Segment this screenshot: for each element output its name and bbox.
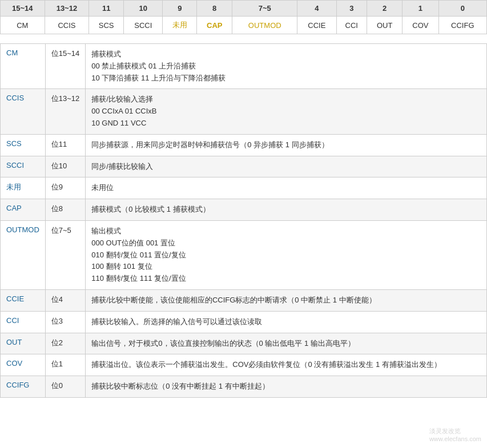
bit-range-header: 3 xyxy=(336,1,367,17)
bit-range-header: 13~12 xyxy=(45,1,89,17)
detail-row: CCIFG位0捕获比较中断标志位（0 没有中断挂起 1 有中断挂起） xyxy=(1,376,487,398)
bit-range-header: 7~5 xyxy=(232,1,297,17)
field-bit-cell: 位2 xyxy=(45,333,86,354)
field-name-cell: OUTMOD xyxy=(1,220,46,289)
field-desc-cell: 捕获/比较中断使能，该位使能相应的CCIFG标志的中断请求（0 中断禁止 1 中… xyxy=(86,289,487,311)
field-bit-cell: 位0 xyxy=(45,376,86,398)
field-name-cell: SCCI xyxy=(1,156,46,177)
detail-row: SCCI位10同步/捕获比较输入 xyxy=(1,156,487,177)
bit-range-header: 2 xyxy=(367,1,403,17)
detail-row: OUTMOD位7~5输出模式000 OUT位的值 001 置位010 翻转/复位… xyxy=(1,220,487,289)
field-desc-cell: 捕获模式00 禁止捕获模式 01 上升沿捕获10 下降沿捕获 11 上升沿与下降… xyxy=(86,44,487,89)
field-desc-cell: 输出信号，对于模式0，该位直接控制输出的状态（0 输出低电平 1 输出高电平） xyxy=(86,333,487,354)
detail-row: COV位1捕获溢出位。该位表示一个捕获溢出发生。COV必须由软件复位（0 没有捕… xyxy=(1,354,487,376)
detail-row: CCIE位4捕获/比较中断使能，该位使能相应的CCIFG标志的中断请求（0 中断… xyxy=(1,289,487,311)
detail-row: OUT位2输出信号，对于模式0，该位直接控制输出的状态（0 输出低电平 1 输出… xyxy=(1,333,487,354)
field-bit-cell: 位9 xyxy=(45,177,86,199)
field-desc-cell: 同步/捕获比较输入 xyxy=(86,156,487,177)
bit-range-header: 4 xyxy=(297,1,336,17)
field-name-cell: CCI xyxy=(1,311,46,333)
field-bit-cell: 位15~14 xyxy=(45,44,86,89)
field-desc-cell: 捕获/比较输入选择00 CCIxA 01 CCIxB10 GND 11 VCC xyxy=(86,89,487,134)
field-bit-cell: 位1 xyxy=(45,354,86,376)
field-name-cell: COV xyxy=(1,354,46,376)
field-desc-cell: 捕获模式（0 比较模式 1 捕获模式） xyxy=(86,199,487,221)
detail-row: CAP位8捕获模式（0 比较模式 1 捕获模式） xyxy=(1,199,487,221)
field-name-cell: CCIFG xyxy=(1,376,46,398)
field-bit-cell: 位13~12 xyxy=(45,89,86,134)
field-name-cell: CM xyxy=(1,44,46,89)
register-field: COV xyxy=(403,17,438,34)
field-bit-cell: 位10 xyxy=(45,156,86,177)
register-field: 未用 xyxy=(163,17,197,34)
register-field: CM xyxy=(1,17,45,34)
detail-row: CM位15~14捕获模式00 禁止捕获模式 01 上升沿捕获10 下降沿捕获 1… xyxy=(1,44,487,89)
register-field: CCIE xyxy=(297,17,336,34)
field-desc-cell: 同步捕获源，用来同步定时器时钟和捕获信号（0 异步捕获 1 同步捕获） xyxy=(86,134,487,156)
detail-table: CM位15~14捕获模式00 禁止捕获模式 01 上升沿捕获10 下降沿捕获 1… xyxy=(0,43,487,398)
field-desc-cell: 捕获比较中断标志位（0 没有中断挂起 1 有中断挂起） xyxy=(86,376,487,398)
field-bit-cell: 位8 xyxy=(45,199,86,221)
register-field: CCI xyxy=(336,17,367,34)
field-name-cell: OUT xyxy=(1,333,46,354)
detail-row: 未用位9未用位 xyxy=(1,177,487,199)
bit-range-header: 0 xyxy=(438,1,486,17)
field-desc-cell: 未用位 xyxy=(86,177,487,199)
register-field: CAP xyxy=(197,17,232,34)
register-field: SCCI xyxy=(124,17,163,34)
bit-range-header: 11 xyxy=(89,1,124,17)
field-bit-cell: 位11 xyxy=(45,134,86,156)
field-name-cell: CCIS xyxy=(1,89,46,134)
register-field: SCS xyxy=(89,17,124,34)
field-name-row: CMCCISSCSSCCI未用CAPOUTMODCCIECCIOUTCOVCCI… xyxy=(1,17,487,34)
register-field: OUT xyxy=(367,17,403,34)
register-field: CCIFG xyxy=(438,17,486,34)
field-bit-cell: 位7~5 xyxy=(45,220,86,289)
register-field: CCIS xyxy=(45,17,89,34)
field-name-cell: SCS xyxy=(1,134,46,156)
field-name-cell: CAP xyxy=(1,199,46,221)
main-container: 15~1413~121110987~543210 CMCCISSCSSCCI未用… xyxy=(0,0,487,398)
field-bit-cell: 位4 xyxy=(45,289,86,311)
bit-range-header: 8 xyxy=(197,1,232,17)
bit-range-header: 10 xyxy=(124,1,163,17)
field-name-cell: 未用 xyxy=(1,177,46,199)
register-field: OUTMOD xyxy=(232,17,297,34)
detail-row: CCIS位13~12捕获/比较输入选择00 CCIxA 01 CCIxB10 G… xyxy=(1,89,487,134)
bit-range-header: 15~14 xyxy=(1,1,45,17)
register-table: 15~1413~121110987~543210 CMCCISSCSSCCI未用… xyxy=(0,0,487,34)
bit-range-header: 1 xyxy=(403,1,438,17)
field-desc-cell: 捕获溢出位。该位表示一个捕获溢出发生。COV必须由软件复位（0 没有捕获溢出发生… xyxy=(86,354,487,376)
detail-row: CCI位3捕获比较输入。所选择的输入信号可以通过该位读取 xyxy=(1,311,487,333)
bit-header-row: 15~1413~121110987~543210 xyxy=(1,1,487,17)
field-bit-cell: 位3 xyxy=(45,311,86,333)
field-desc-cell: 捕获比较输入。所选择的输入信号可以通过该位读取 xyxy=(86,311,487,333)
field-desc-cell: 输出模式000 OUT位的值 001 置位010 翻转/复位 011 置位/复位… xyxy=(86,220,487,289)
field-name-cell: CCIE xyxy=(1,289,46,311)
detail-row: SCS位11同步捕获源，用来同步定时器时钟和捕获信号（0 异步捕获 1 同步捕获… xyxy=(1,134,487,156)
bit-range-header: 9 xyxy=(163,1,197,17)
